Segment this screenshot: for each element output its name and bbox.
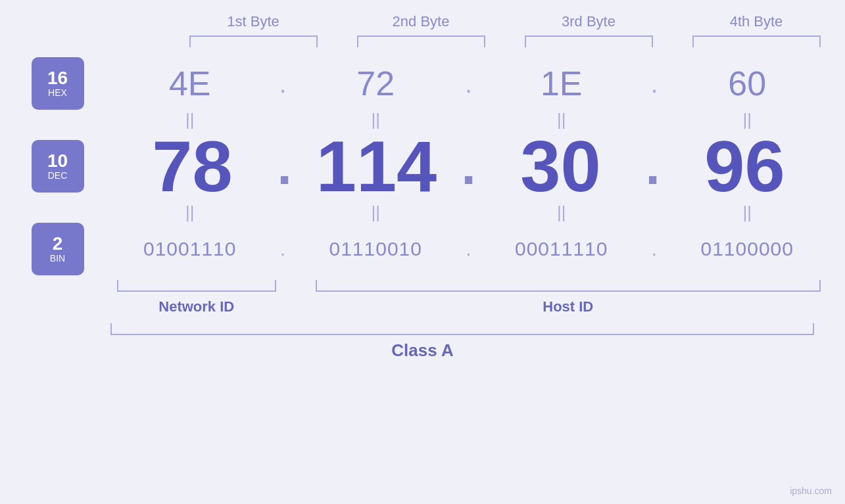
hex-dot1: . <box>270 69 296 99</box>
byte2-header: 2nd Byte <box>350 13 492 35</box>
bin-base-label: BIN <box>50 253 65 264</box>
hex-byte1: 4E <box>110 64 270 103</box>
dec-dot2: . <box>459 136 479 196</box>
equals8: || <box>667 202 827 223</box>
byte3-header: 3rd Byte <box>518 13 660 35</box>
dec-byte1: 78 <box>110 130 275 202</box>
hex-byte3: 1E <box>482 64 642 103</box>
hex-base-label: HEX <box>48 87 67 99</box>
network-id-label: Network ID <box>110 298 283 315</box>
hex-badge: 16 HEX <box>32 57 84 110</box>
bin-byte4: 01100000 <box>667 238 827 260</box>
byte4-header: 4th Byte <box>686 13 827 35</box>
equals7: || <box>482 202 642 223</box>
dec-dot3: . <box>643 136 663 196</box>
dec-byte2: 114 <box>295 130 459 202</box>
bin-base-number: 2 <box>53 235 63 253</box>
dec-base-label: DEC <box>48 170 68 181</box>
byte1-header: 1st Byte <box>183 13 324 35</box>
dec-dot1: . <box>275 136 295 196</box>
bin-byte2: 01110010 <box>296 238 456 260</box>
hex-byte4: 60 <box>667 64 827 103</box>
main-container: 1st Byte 2nd Byte 3rd Byte 4th Byte 16 H… <box>0 0 845 504</box>
bin-dot2: . <box>456 238 482 260</box>
dec-byte4: 96 <box>663 130 827 202</box>
bin-byte3: 00011110 <box>482 238 642 260</box>
host-id-bracket <box>316 280 821 292</box>
dec-badge: 10 DEC <box>32 140 84 193</box>
host-id-label: Host ID <box>309 298 827 315</box>
class-bracket <box>110 323 814 335</box>
watermark: ipshu.com <box>790 486 832 496</box>
bin-dot3: . <box>641 238 667 260</box>
bin-badge: 2 BIN <box>32 223 84 275</box>
equals6: || <box>296 202 456 223</box>
hex-base-number: 16 <box>47 69 68 87</box>
class-label: Class A <box>18 340 827 361</box>
hex-byte2: 72 <box>296 64 456 103</box>
bin-dot1: . <box>270 238 296 260</box>
hex-dot2: . <box>456 69 482 99</box>
bin-byte1: 01001110 <box>110 238 270 260</box>
dec-byte3: 30 <box>479 130 643 202</box>
network-id-bracket <box>117 280 277 292</box>
equals5: || <box>110 202 270 223</box>
hex-dot3: . <box>641 69 667 99</box>
dec-base-number: 10 <box>47 152 68 170</box>
